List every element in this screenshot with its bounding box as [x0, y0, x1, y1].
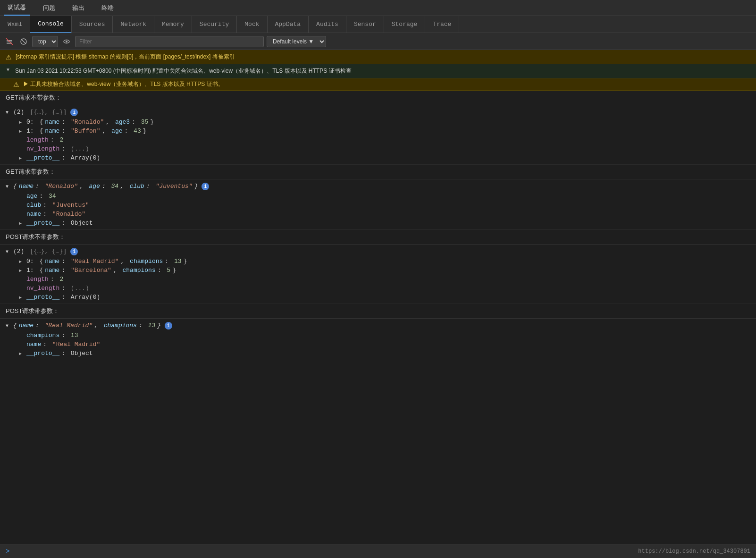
length-row-post: length : 2: [6, 275, 750, 284]
proto-val-get: Array(0): [71, 154, 100, 161]
tab-console[interactable]: Console: [30, 16, 72, 33]
triangle-item0-get[interactable]: ▶: [19, 119, 25, 125]
item0-age3-val: 35: [141, 118, 149, 126]
info-badge-1[interactable]: i: [70, 109, 78, 116]
tab-sources[interactable]: Sources: [72, 16, 113, 33]
triangle-post-item1[interactable]: ▶: [19, 268, 25, 273]
name-key-post-params: name: [26, 341, 41, 348]
status-bar: > https://blog.csdn.net/qq_34307801: [0, 544, 756, 558]
tab-mock[interactable]: Mock: [237, 16, 267, 33]
obj-post-with-params-header[interactable]: ▼ { name : "Real Madrid" , champions : 1…: [6, 321, 750, 331]
top-menu-output[interactable]: 输出: [68, 1, 88, 15]
tab-storage[interactable]: Storage: [384, 16, 426, 33]
info-badge-4[interactable]: i: [165, 322, 172, 330]
warning-icon-2: ⚠: [13, 81, 19, 88]
triangle-proto-get[interactable]: ▶: [19, 155, 25, 161]
club-row-get-params: club : "Juventus": [6, 201, 750, 210]
proto-key-post: __proto__: [26, 294, 59, 301]
array-post-no-params-header[interactable]: ▼ (2) [{…}, {…}] i: [6, 246, 750, 257]
context-selector[interactable]: top: [32, 36, 58, 47]
array-item-0-post-no-params[interactable]: ▶ 0: { name : "Real Madrid" , champions …: [6, 257, 750, 266]
tab-sensor[interactable]: Sensor: [346, 16, 384, 33]
name-row-post-params: name : "Real Madrid": [6, 340, 750, 349]
warning-icon-1: ⚠: [6, 53, 12, 61]
tab-appdata[interactable]: AppData: [268, 16, 309, 33]
eye-button[interactable]: [61, 36, 72, 47]
club-key-get-params: club: [26, 202, 41, 209]
top-menu-issues[interactable]: 问题: [39, 1, 59, 15]
console-toolbar: top Default levels ▼: [0, 33, 756, 50]
top-menu-terminal[interactable]: 终端: [98, 1, 118, 15]
proto-row-get-params[interactable]: ▶ __proto__ : Object: [6, 219, 750, 228]
item0-brace-close: }: [150, 118, 154, 126]
name-val-post-params: "Real Madrid": [52, 341, 100, 348]
tab-audits[interactable]: Audits: [309, 16, 346, 33]
tab-memory[interactable]: Memory: [154, 16, 192, 33]
proto-key-post-params: __proto__: [26, 350, 59, 357]
array-item-1-get-no-params[interactable]: ▶ 1: { name : "Buffon" , age : 43 }: [6, 127, 750, 135]
log-level-selector[interactable]: Default levels ▼: [267, 36, 326, 47]
triangle-item1-get[interactable]: ▶: [19, 128, 25, 134]
triangle-proto-get-params[interactable]: ▶: [19, 220, 25, 226]
name-key-get-params: name: [26, 211, 41, 218]
console-prompt[interactable]: >: [6, 548, 9, 555]
array-item-1-post-no-params[interactable]: ▶ 1: { name : "Barcelona" , champions : …: [6, 266, 750, 275]
triangle-proto-post[interactable]: ▶: [19, 295, 25, 300]
name-row-get-params: name : "Ronaldo": [6, 210, 750, 219]
array-item-0-get-no-params[interactable]: ▶ 0: { name : "Ronaldo" , age3 : 35 }: [6, 118, 750, 127]
item1-name-key: name: [45, 127, 59, 135]
triangle-get-with-params[interactable]: ▼: [6, 184, 11, 189]
item1-age-key: age: [111, 127, 122, 135]
nv-key-post: nv_length: [26, 285, 59, 292]
triangle-datetime[interactable]: ▼: [6, 67, 11, 72]
stop-button[interactable]: [18, 36, 29, 47]
item0-age3-key: age3: [115, 118, 130, 126]
proto-row-get[interactable]: ▶ __proto__ : Array(0): [6, 153, 750, 162]
proto-key-get: __proto__: [26, 154, 59, 161]
section-post-with-params-label: POST请求带参数：: [0, 304, 756, 319]
proto-row-post-params[interactable]: ▶ __proto__ : Object: [6, 349, 750, 358]
triangle-post-no-params[interactable]: ▼: [6, 249, 11, 254]
item0-name-val: "Ronaldo": [71, 118, 104, 126]
tab-network[interactable]: Network: [113, 16, 154, 33]
top-menu-debugger[interactable]: 调试器: [4, 0, 30, 16]
tab-wxml[interactable]: Wxml: [0, 16, 30, 33]
info-datetime: ▼ Sun Jan 03 2021 10:22:53 GMT+0800 (中国标…: [0, 64, 756, 78]
champions-val-post-params: 13: [71, 332, 78, 339]
info-badge-3[interactable]: i: [70, 248, 78, 255]
array-count-label: (2): [13, 109, 28, 116]
item1-name-val: "Buffon": [71, 127, 100, 135]
triangle-post-item0[interactable]: ▶: [19, 259, 25, 264]
proto-key-get-params: __proto__: [26, 220, 59, 227]
proto-val-post-params: Object: [71, 350, 93, 357]
array-get-no-params-header[interactable]: ▼ (2) [{…}, {…}] i: [6, 107, 750, 118]
proto-row-post[interactable]: ▶ __proto__ : Array(0): [6, 293, 750, 302]
clear-button[interactable]: [4, 36, 15, 47]
triangle-get-no-params[interactable]: ▼: [6, 110, 11, 115]
warning-tool-text: ▶ 工具未校验合法域名、web-view（业务域名）、TLS 版本以及 HTTP…: [23, 80, 224, 88]
obj-get-with-params-header[interactable]: ▼ { name : "Ronaldo" , age : 34 , club :…: [6, 181, 750, 192]
champions-row-post-params: champions : 13: [6, 331, 750, 340]
item1-key: 1:: [26, 127, 37, 135]
log-entry-get-no-params: ▼ (2) [{…}, {…}] i ▶ 0: { name : "Ronald…: [0, 105, 756, 165]
tab-trace[interactable]: Trace: [425, 16, 459, 33]
item0-brace-open: {: [39, 118, 43, 126]
info-badge-2[interactable]: i: [202, 183, 209, 190]
age-key-get-params: age: [26, 193, 37, 200]
log-entry-post-with-params: ▼ { name : "Real Madrid" , champions : 1…: [0, 319, 756, 360]
nv-val-post: (...): [71, 285, 89, 292]
triangle-post-with-params[interactable]: ▼: [6, 323, 11, 329]
length-val-post: 2: [59, 276, 63, 283]
item0-name-key: name: [45, 118, 59, 126]
age-val-get-params: 34: [49, 193, 56, 200]
item0-key: 0:: [26, 118, 37, 126]
triangle-proto-post-params[interactable]: ▶: [19, 351, 25, 356]
length-val-get: 2: [59, 136, 63, 144]
tab-security[interactable]: Security: [192, 16, 237, 33]
nv-val-get: (...): [71, 145, 89, 152]
item1-brace-open: {: [39, 127, 43, 135]
obj-preview-get-params: {: [13, 183, 17, 190]
champions-key-post-params: champions: [26, 332, 59, 339]
filter-input[interactable]: [75, 36, 264, 47]
array-count-post: (2): [13, 248, 28, 255]
